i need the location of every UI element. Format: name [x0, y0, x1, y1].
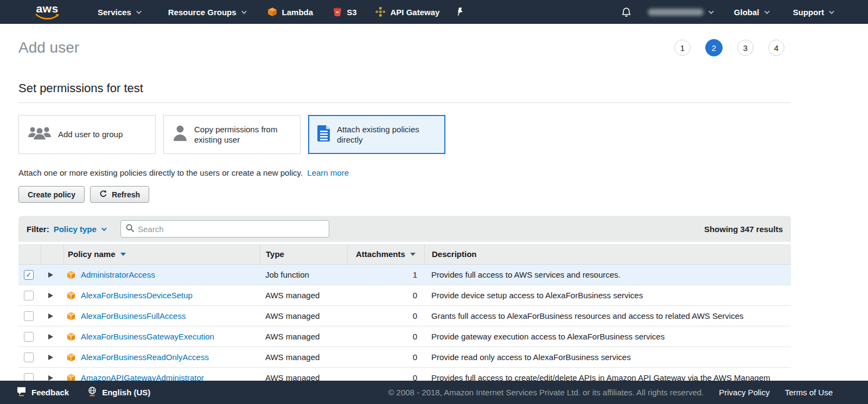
pin-icon [456, 7, 464, 17]
option-copy-permissions[interactable]: Copy permissions from existing user [163, 115, 301, 154]
description-cell: Grants full access to AlexaForBusiness r… [424, 306, 791, 326]
table-row: AlexaForBusinessDeviceSetup AWS managed … [18, 285, 791, 306]
nav-pin-shortcuts[interactable] [456, 7, 464, 17]
table-row: AlexaForBusinessFullAccess AWS managed 0… [18, 306, 791, 326]
filter-label: Filter: [27, 225, 49, 234]
policy-name-link[interactable]: AlexaForBusinessDeviceSetup [81, 291, 193, 300]
table-row: AmazonAPIGatewayAdministrator AWS manage… [18, 368, 791, 381]
description-cell: Provide read only access to AlexaForBusi… [424, 347, 791, 367]
column-policy-name[interactable]: Policy name [63, 244, 260, 264]
permission-options: Add user to group Copy permissions from … [18, 115, 791, 154]
policy-cube-icon [66, 332, 76, 342]
policy-type-cell: AWS managed [260, 285, 347, 305]
description-cell: Provides full access to AWS services and… [424, 265, 791, 285]
learn-more-link[interactable]: Learn more [307, 168, 349, 177]
description-cell: Provide device setup access to AlexaForB… [424, 285, 791, 305]
row-checkbox[interactable] [24, 352, 34, 362]
refresh-button[interactable]: Refresh [90, 186, 149, 203]
language-selector[interactable]: English (US) [87, 387, 150, 398]
option-add-user-to-group[interactable]: Add user to group [18, 115, 156, 154]
attachments-cell: 0 [347, 285, 424, 305]
search-icon [126, 224, 134, 234]
expand-arrow-icon[interactable] [48, 313, 53, 319]
policy-name-link[interactable]: AlexaForBusinessGatewayExecution [81, 332, 214, 341]
policy-cube-icon [66, 373, 76, 381]
row-checkbox[interactable] [24, 332, 34, 342]
table-row: ✓ AdministratorAccess Job function 1 Pro… [18, 265, 791, 285]
chevron-down-icon [764, 9, 769, 14]
user-account-menu[interactable] [648, 9, 712, 16]
footer: Feedback English (US) © 2008 - 2018, Ama… [0, 381, 868, 404]
nav-shortcut-lambda[interactable]: Lambda [267, 7, 314, 17]
policy-toolbar: Create policy Refresh [18, 186, 791, 203]
search-box [120, 220, 329, 238]
step-indicator: 1 2 3 4 [674, 39, 784, 56]
globe-icon [87, 387, 97, 398]
row-checkbox[interactable]: ✓ [24, 270, 34, 280]
create-policy-button[interactable]: Create policy [18, 186, 85, 203]
divider [18, 102, 791, 103]
feedback-button[interactable]: Feedback [16, 387, 69, 398]
option-attach-existing-policies[interactable]: Attach existing policies directly [308, 115, 445, 154]
privacy-policy-link[interactable]: Privacy Policy [719, 388, 769, 397]
search-input[interactable] [138, 225, 324, 234]
refresh-icon [99, 190, 107, 200]
column-select [18, 244, 41, 264]
expand-arrow-icon[interactable] [48, 334, 53, 339]
policy-cube-icon [66, 352, 76, 362]
attachments-cell: 0 [347, 326, 424, 347]
region-selector[interactable]: Global [734, 8, 768, 17]
top-nav: aws Services Resource Groups Lambda [0, 0, 868, 24]
policy-name-link[interactable]: AdministratorAccess [81, 270, 155, 279]
single-user-icon [172, 125, 188, 144]
column-expand [41, 244, 63, 264]
checkmark-icon: ✓ [26, 271, 32, 278]
expand-arrow-icon[interactable] [48, 355, 53, 360]
policy-cube-icon [66, 311, 76, 321]
support-menu[interactable]: Support [793, 8, 833, 17]
column-attachments[interactable]: Attachments [347, 244, 424, 264]
policy-type-cell: AWS managed [260, 306, 347, 326]
s3-icon [333, 7, 342, 17]
copyright-text: © 2008 - 2018, Amazon Internet Services … [388, 388, 704, 397]
row-checkbox[interactable] [24, 311, 34, 321]
terms-of-use-link[interactable]: Terms of Use [785, 388, 833, 397]
table-row: AlexaForBusinessReadOnlyAccess AWS manag… [18, 347, 791, 368]
api-gateway-icon [375, 7, 386, 17]
notifications-bell-icon[interactable] [621, 7, 631, 17]
column-type[interactable]: Type [260, 244, 347, 264]
policy-type-filter[interactable]: Policy type [54, 225, 105, 234]
row-checkbox[interactable] [24, 373, 34, 381]
policy-cube-icon [66, 291, 76, 300]
aws-logo-text: aws [36, 4, 58, 14]
document-icon [317, 125, 331, 144]
nav-shortcut-s3[interactable]: S3 [333, 7, 356, 17]
policy-name-link[interactable]: AlexaForBusinessFullAccess [81, 311, 186, 320]
nav-resource-groups[interactable]: Resource Groups [168, 8, 245, 17]
table-header: Policy name Type Attachments Description [18, 244, 791, 265]
lambda-icon [267, 7, 278, 17]
aws-console-add-user-screen: aws Services Resource Groups Lambda [0, 0, 868, 404]
policy-name-link[interactable]: AmazonAPIGatewayAdministrator [81, 373, 204, 381]
row-checkbox[interactable] [24, 291, 34, 300]
aws-logo[interactable]: aws [35, 4, 60, 20]
chevron-down-icon [709, 9, 714, 14]
policy-table: Filter: Policy type Showing 347 results [18, 216, 791, 381]
column-description[interactable]: Description [424, 244, 791, 264]
feedback-icon [16, 387, 27, 398]
attachments-cell: 0 [347, 347, 424, 367]
filter-bar: Filter: Policy type Showing 347 results [18, 216, 791, 242]
group-icon [27, 125, 52, 144]
nav-shortcut-api-gateway[interactable]: API Gateway [375, 7, 439, 17]
attachments-cell: 1 [347, 265, 424, 285]
chevron-down-icon [241, 9, 247, 14]
chevron-down-icon [101, 226, 107, 231]
nav-services[interactable]: Services [98, 8, 140, 17]
expand-arrow-icon[interactable] [48, 272, 53, 278]
policy-name-link[interactable]: AlexaForBusinessReadOnlyAccess [81, 352, 209, 362]
policy-type-cell: AWS managed [260, 326, 347, 347]
policy-type-cell: AWS managed [260, 347, 347, 367]
expand-arrow-icon[interactable] [48, 293, 53, 298]
expand-arrow-icon[interactable] [48, 375, 53, 381]
sort-desc-icon [120, 253, 126, 256]
